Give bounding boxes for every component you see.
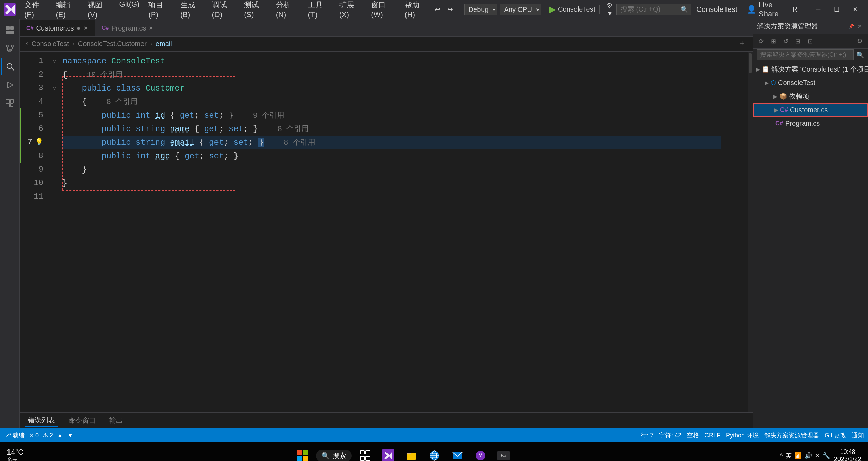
tab-customer-cs[interactable]: C# Customer.cs ● ✕ (20, 20, 95, 36)
path-customer[interactable]: ConsoleTest.Customer (78, 40, 147, 48)
global-search-input[interactable] (616, 4, 691, 15)
svg-rect-4 (10, 31, 14, 34)
live-share-btn[interactable]: 👤 Live Share (743, 0, 785, 20)
taskbar-vs-icon[interactable] (379, 446, 398, 461)
panel-pin-btn[interactable]: 📌 (847, 22, 855, 31)
show-all-btn[interactable]: ⊞ (768, 37, 779, 46)
sidebar-icon-search[interactable] (1, 58, 18, 75)
menu-git[interactable]: Git(G) (115, 0, 144, 20)
maximize-btn[interactable]: ☐ (828, 3, 846, 16)
weather-desc: 多云 (7, 457, 23, 461)
taskbar-search[interactable]: 🔍 搜索 (316, 450, 352, 461)
menu-file[interactable]: 文件(F) (20, 0, 51, 20)
status-solution-explorer-label[interactable]: 解决方案资源管理器 (764, 431, 819, 439)
collapse-all-btn[interactable]: ⊟ (792, 37, 803, 46)
menu-test[interactable]: 测试(S) (240, 0, 271, 20)
tab-close-btn-2[interactable]: ✕ (149, 25, 153, 32)
fold-8 (49, 149, 60, 163)
properties-btn[interactable]: ⚙ (854, 37, 865, 46)
cpu-select[interactable]: Any CPU (500, 4, 541, 15)
output-tab-errors[interactable]: 错误列表 (25, 414, 58, 427)
svg-rect-16 (10, 100, 14, 103)
add-file-btn[interactable]: + (737, 38, 747, 49)
start-button[interactable] (293, 446, 312, 461)
svg-rect-3 (6, 31, 10, 34)
tree-customer-cs[interactable]: ▶ C# Customer.cs (753, 103, 868, 117)
toolbar-center: ↩ ↪ Debug Any CPU ▶ ConsoleTest ⚙ ▼ (432, 0, 616, 19)
filter-btn[interactable]: ⊡ (805, 37, 815, 46)
run-btn[interactable]: ▶ ConsoleTest (549, 4, 595, 15)
scrollbar-thumb[interactable] (749, 53, 752, 73)
status-nav-up[interactable]: ▲ (57, 432, 63, 439)
tray-lang-icon[interactable]: 英 (786, 452, 792, 460)
svg-point-5 (6, 45, 8, 47)
menu-build[interactable]: 生成(B) (176, 0, 207, 20)
path-email[interactable]: email (156, 40, 172, 48)
change-line-6 (20, 122, 21, 136)
panel-search-input[interactable] (757, 49, 854, 60)
code-editor[interactable]: 1 2 3 4 5 6 7 💡 8 9 10 11 ▽ (20, 52, 753, 412)
undo-btn[interactable]: ↩ (432, 4, 443, 15)
minimize-btn[interactable]: ─ (810, 3, 827, 16)
menu-ext[interactable]: 扩展(X) (335, 0, 366, 20)
status-nav-down[interactable]: ▼ (67, 432, 73, 439)
expand-icon-deps: ▶ (773, 93, 777, 100)
taskbar-mail-icon[interactable] (448, 446, 467, 461)
datetime-date: 2023/1/22 (834, 456, 861, 461)
output-tab-output[interactable]: 输出 (107, 415, 126, 426)
tray-chevron-icon[interactable]: ^ (780, 452, 782, 459)
lightbulb-icon[interactable]: 💡 (35, 136, 43, 149)
sync-roots-btn[interactable]: ⟳ (756, 37, 767, 46)
account-btn[interactable]: R (790, 4, 800, 15)
datetime-widget[interactable]: 10:48 2023/1/22 (834, 448, 861, 461)
tree-solution-root[interactable]: ▶ 📋 解决方案 'ConsoleTest' (1 个项目，共 1 个) (753, 62, 868, 76)
tree-project[interactable]: ▶ ⬡ ConsoleTest (753, 76, 868, 89)
menu-help[interactable]: 帮助(H) (400, 0, 432, 20)
code-line-10: } (62, 176, 721, 190)
menu-tools[interactable]: 工具(T) (304, 0, 334, 20)
sidebar-icon-extensions[interactable] (1, 95, 18, 112)
menu-project[interactable]: 项目(P) (144, 0, 175, 20)
solution-explorer-panel: 解决方案资源管理器 📌 ✕ ⟳ ⊞ ↺ ⊟ ⊡ ⚙ 🔍 ▶ 📋 (753, 19, 868, 428)
vertical-scrollbar[interactable] (748, 52, 753, 412)
sidebar-icon-debug[interactable] (1, 77, 18, 94)
tab-close-btn[interactable]: ✕ (83, 25, 88, 32)
fold-9 (49, 163, 60, 176)
output-tab-cmd[interactable]: 命令窗口 (66, 415, 98, 426)
fold-2 (49, 68, 60, 81)
weather-widget[interactable]: 14°C 多云 (7, 448, 23, 461)
redo-btn[interactable]: ↪ (445, 4, 456, 15)
status-notifications[interactable]: 通知 (852, 431, 864, 439)
menu-window[interactable]: 窗口(W) (367, 0, 400, 20)
taskbar-purple-icon[interactable]: V (471, 446, 490, 461)
sidebar-icon-explorer[interactable] (1, 22, 18, 39)
change-line-8 (20, 149, 21, 163)
path-consoltest[interactable]: ConsoleTest (32, 40, 69, 48)
status-warnings[interactable]: ⚠ 2 (43, 432, 53, 439)
menu-view[interactable]: 视图(V) (83, 0, 115, 20)
refresh-btn[interactable]: ↺ (780, 37, 791, 46)
tree-deps[interactable]: ▶ 📦 依赖项 (753, 89, 868, 103)
menu-edit[interactable]: 编辑(E) (52, 0, 83, 20)
taskbar: 14°C 多云 🔍 搜索 (0, 442, 868, 461)
debug-mode-select[interactable]: Debug (464, 4, 497, 15)
sidebar-icon-git[interactable] (1, 40, 18, 57)
menu-analyze[interactable]: 分析(N) (272, 0, 303, 20)
tab-program-cs[interactable]: C# Program.cs ✕ (95, 20, 161, 36)
status-branch[interactable]: ⎇ 就绪 (4, 431, 25, 439)
fold-gutter: ▽ ▽ (49, 52, 60, 412)
close-btn[interactable]: ✕ (846, 3, 864, 16)
tree-program-cs[interactable]: C# Program.cs (753, 117, 868, 130)
status-python[interactable]: Python 环境 (726, 431, 759, 439)
status-git-changes[interactable]: Git 更改 (825, 431, 846, 439)
status-errors[interactable]: ✕ 0 (29, 432, 39, 439)
toolbar-misc[interactable]: ⚙ ▼ (604, 0, 616, 19)
code-content[interactable]: namespace ConsoleTest { 10 个引用 public cl… (60, 52, 721, 412)
panel-close-btn[interactable]: ✕ (856, 22, 864, 31)
taskbar-tox-icon[interactable]: tox (494, 446, 513, 461)
taskbar-browser-icon[interactable] (425, 446, 444, 461)
tab-bar: C# Customer.cs ● ✕ C# Program.cs ✕ (20, 19, 753, 37)
menu-debug[interactable]: 调试(D) (208, 0, 240, 20)
task-view-btn[interactable] (356, 446, 375, 461)
taskbar-explorer-icon[interactable] (402, 446, 421, 461)
